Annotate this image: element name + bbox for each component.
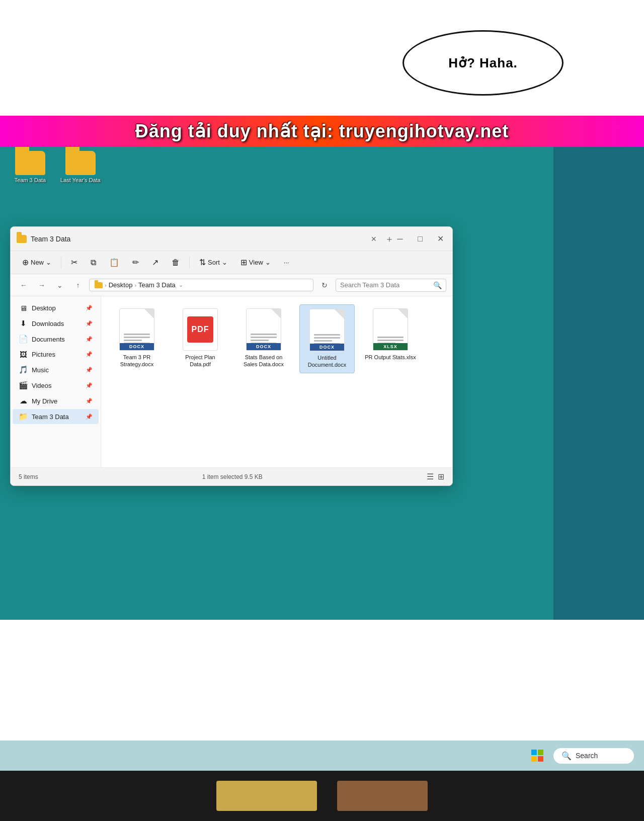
desktop-icon-lastyear[interactable]: Last Year's Data <box>60 151 101 184</box>
start-button[interactable] <box>527 746 547 766</box>
file-label-untitled: Untitled Document.docx <box>302 354 352 369</box>
docx-line <box>124 334 150 335</box>
taskbar-inner: 🔍 Search <box>0 746 644 766</box>
docx-line-short <box>314 340 332 342</box>
sidebar-item-label-documents: Documents <box>32 336 65 343</box>
docx-badge: DOCX <box>120 343 154 350</box>
path-dropdown-icon[interactable]: ⌄ <box>179 282 183 288</box>
file-item-stats-sales[interactable]: DOCX Stats Based on Sales Data.docx <box>236 304 291 373</box>
desktop-icon-label-team3data: Team 3 Data <box>15 177 46 184</box>
files-grid: DOCX Team 3 PR Strategy.docx PDF Project… <box>101 296 452 467</box>
file-item-untitled[interactable]: DOCX Untitled Document.docx <box>299 304 355 373</box>
docx-icon-untitled: DOCX <box>309 309 345 351</box>
file-item-pr-strategy[interactable]: DOCX Team 3 PR Strategy.docx <box>109 304 165 373</box>
taskbar-search[interactable]: 🔍 Search <box>553 748 634 764</box>
xlsx-icon-pr-output: XLSX <box>373 308 408 351</box>
pdf-icon-project-plan: PDF <box>183 308 218 351</box>
sidebar-item-team3data[interactable]: 📁 Team 3 Data 📌 <box>13 409 99 424</box>
new-tab-button[interactable]: ＋ <box>385 233 394 245</box>
sidebar-item-pictures[interactable]: 🖼 Pictures 📌 <box>13 347 99 362</box>
close-button[interactable]: ✕ <box>434 233 446 245</box>
win-sq-1 <box>531 750 537 755</box>
sidebar-item-videos[interactable]: 🎬 Videos 📌 <box>13 378 99 393</box>
sidebar-item-label-mydrive: My Drive <box>32 397 57 405</box>
downloads-nav-icon: ⬇ <box>19 319 28 328</box>
share-button[interactable]: ↗ <box>146 255 164 270</box>
sidebar-item-downloads[interactable]: ⬇ Downloads 📌 <box>13 316 99 331</box>
expand-button[interactable]: ⌄ <box>53 278 67 292</box>
docx-line-short <box>251 340 269 341</box>
file-item-pr-output[interactable]: XLSX PR Output Stats.xlsx <box>363 304 418 373</box>
docx-icon-stats-sales: DOCX <box>246 308 281 351</box>
copy-button[interactable]: ⧉ <box>85 256 102 270</box>
title-bar-folder-icon <box>17 235 27 243</box>
paste-icon: 📋 <box>109 258 119 267</box>
docx-line <box>251 337 277 338</box>
docx-line <box>251 334 277 335</box>
search-box[interactable]: 🔍 <box>336 279 446 292</box>
address-path[interactable]: › Desktop › Team 3 Data ⌄ <box>89 279 313 291</box>
folder-icon-team3data <box>15 151 45 175</box>
search-input[interactable] <box>340 281 430 289</box>
refresh-button[interactable]: ↻ <box>317 278 332 292</box>
desktop-icon-team3data[interactable]: Team 3 Data <box>10 151 50 184</box>
file-item-project-plan[interactable]: PDF Project Plan Data.pdf <box>173 304 228 373</box>
documents-nav-icon: 📄 <box>19 335 28 344</box>
toolbar: ⊕ New ⌄ ✂ ⧉ 📋 ✏ ↗ 🗑 ⇅ Sort ⌄ ⊞ <box>11 251 452 274</box>
view-dropdown-icon: ⌄ <box>265 259 271 266</box>
sort-label: Sort <box>208 259 220 266</box>
docx-icon-pr-strategy: DOCX <box>119 308 154 351</box>
music-nav-icon: 🎵 <box>19 365 28 374</box>
content-area: 🖥 Desktop 📌 ⬇ Downloads 📌 📄 Documents 📌 … <box>11 296 452 467</box>
minimize-button[interactable]: ─ <box>394 233 406 245</box>
maximize-button[interactable]: □ <box>414 233 426 245</box>
rename-icon: ✏ <box>132 258 139 267</box>
delete-button[interactable]: 🗑 <box>166 256 185 270</box>
up-button[interactable]: ↑ <box>71 278 85 292</box>
pin-icon-mydrive: 📌 <box>86 398 93 404</box>
file-label-stats-sales: Stats Based on Sales Data.docx <box>238 354 289 368</box>
grid-view-toggle[interactable]: ⊞ <box>438 472 444 481</box>
pin-icon-videos: 📌 <box>86 382 93 389</box>
share-icon: ↗ <box>152 258 158 267</box>
win-sq-3 <box>531 756 537 762</box>
cut-button[interactable]: ✂ <box>65 255 83 270</box>
view-button[interactable]: ⊞ View ⌄ <box>235 255 276 270</box>
more-button[interactable]: ··· <box>278 256 295 269</box>
sort-icon: ⇅ <box>199 258 206 267</box>
xlsx-badge: XLSX <box>373 343 408 350</box>
docx-line <box>377 337 404 338</box>
sidebar-item-music[interactable]: 🎵 Music 📌 <box>13 362 99 377</box>
pin-icon-pictures: 📌 <box>86 351 93 358</box>
forward-button[interactable]: → <box>35 278 49 292</box>
cut-icon: ✂ <box>71 258 77 267</box>
pdf-badge: PDF <box>187 316 213 343</box>
copy-icon: ⧉ <box>91 258 96 267</box>
path-desktop: Desktop <box>109 281 133 289</box>
title-bar: Team 3 Data ✕ ＋ ─ □ ✕ <box>11 227 452 251</box>
list-view-toggle[interactable]: ☰ <box>427 472 434 481</box>
speech-bubble-text: Hở? Haha. <box>448 55 518 71</box>
sidebar-item-desktop[interactable]: 🖥 Desktop 📌 <box>13 301 99 315</box>
path-folder-icon <box>95 282 103 288</box>
new-dropdown-icon: ⌄ <box>46 259 51 266</box>
sidebar-item-label-desktop: Desktop <box>32 304 56 312</box>
view-label: View <box>249 259 263 266</box>
sidebar-item-documents[interactable]: 📄 Documents 📌 <box>13 332 99 347</box>
bottom-bar-btn-1 <box>216 781 317 811</box>
rename-button[interactable]: ✏ <box>127 255 144 270</box>
taskbar-search-text: Search <box>576 752 598 760</box>
new-icon: ⊕ <box>22 258 29 267</box>
sidebar-item-mydrive[interactable]: ☁ My Drive 📌 <box>13 393 99 408</box>
window-title: Team 3 Data <box>31 235 365 243</box>
close-tab-button[interactable]: ✕ <box>371 235 377 243</box>
back-button[interactable]: ← <box>17 278 31 292</box>
new-button[interactable]: ⊕ New ⌄ <box>17 255 57 270</box>
paste-button[interactable]: 📋 <box>104 255 125 270</box>
pin-icon-music: 📌 <box>86 367 93 373</box>
file-label-pr-output: PR Output Stats.xlsx <box>365 354 416 361</box>
sort-button[interactable]: ⇅ Sort ⌄ <box>194 255 233 270</box>
windows-icon <box>531 750 543 762</box>
status-items-count: 5 items <box>19 473 38 480</box>
mydrive-nav-icon: ☁ <box>19 396 28 405</box>
